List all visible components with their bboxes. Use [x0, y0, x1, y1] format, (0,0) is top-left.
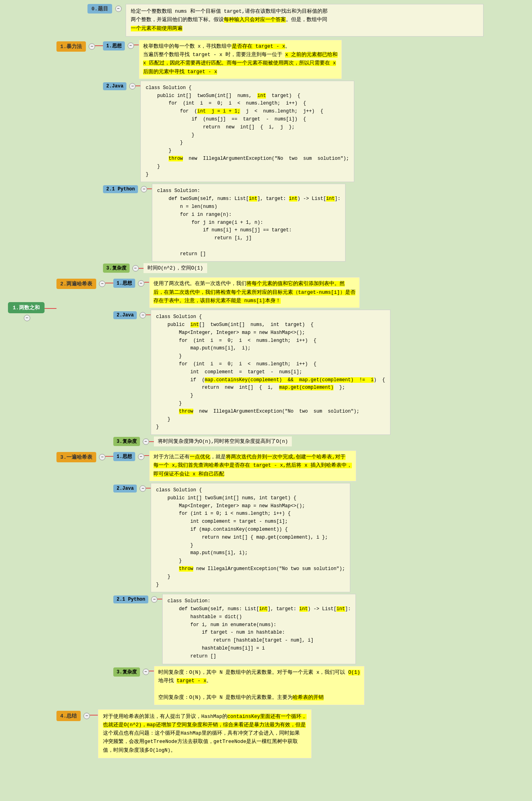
one-hash-java-node: 2.Java: [113, 485, 137, 493]
problem-content-line1: 给定一个整数数组 nums 和一个目标值 target,请你在该数组中找出和为目…: [131, 9, 328, 14]
two-hash-idea-node: 1.思想: [113, 279, 135, 288]
one-hash-complexity-content: 时间复杂度：O(N)，其中 N 是数组中的元素数量。对于每一个元素 x，我们可以…: [154, 666, 365, 705]
brute-complexity-node: 3.复杂度: [103, 264, 129, 273]
brute-python-collapse[interactable]: −: [141, 186, 147, 192]
brute-idea-content: 枚举数组中的每一个数 x，寻找数组中是否存在 target - x。 当遍历整个…: [139, 40, 342, 79]
one-hash-python-collapse[interactable]: −: [151, 596, 157, 603]
one-hash-python-code: class Solution: def twoSum(self, nums: L…: [162, 594, 356, 664]
brute-complexity-content: 时间O(n^2)，空间O(1): [144, 263, 207, 273]
summary-content: 对于使用哈希表的算法，有人提出了异议，HashMap的containsKey里面…: [98, 709, 312, 758]
one-hash-collapse[interactable]: −: [99, 454, 105, 460]
problem-content-line2: 两个整数，并返回他们的数组下标。假设: [131, 17, 224, 23]
problem-highlight2: 一个元素不能使用两遍: [131, 26, 183, 31]
brute-idea-collapse[interactable]: −: [128, 43, 134, 49]
two-hash-complexity-collapse[interactable]: −: [143, 438, 149, 445]
two-hash-java-node: 2.Java: [113, 311, 137, 319]
problem-highlight1: 每种输入只会对应一个答案: [224, 17, 286, 23]
one-hash-node: 3.一遍哈希表: [56, 452, 97, 462]
brute-java-node: 2.Java: [103, 82, 126, 90]
brute-python-code: class Solution: def twoSum(self, nums: L…: [152, 184, 346, 262]
one-hash-idea-content: 对于方法二还有一点优化，就是将两次迭代合并到一次中完成,创建一个哈希表,对于 每…: [149, 450, 356, 481]
problem-collapse[interactable]: −: [115, 6, 122, 12]
one-hash-java-collapse[interactable]: −: [140, 485, 146, 492]
brute-java-collapse[interactable]: −: [129, 83, 136, 89]
problem-node: 0.题目: [87, 4, 112, 14]
brute-force-node: 1.暴力法: [56, 41, 86, 52]
one-hash-python-node: 2.1 Python: [113, 595, 148, 603]
brute-python-node: 2.1 Python: [103, 185, 138, 193]
one-hash-complexity-node: 3.复杂度: [113, 667, 140, 677]
two-hash-complexity-node: 3.复杂度: [113, 437, 140, 446]
two-hash-complexity-content: 将时间复杂度降为O(n),同时将空间复杂度提高到了O(n): [154, 436, 292, 446]
one-hash-complexity-collapse[interactable]: −: [143, 669, 149, 675]
root-node: 1.两数之和: [8, 302, 45, 313]
summary-node: 4.总结: [56, 711, 81, 721]
two-hash-java-collapse[interactable]: −: [140, 312, 146, 318]
two-hash-java-code: class Solution { public int[] twoSum(int…: [151, 310, 390, 435]
two-hash-node: 2.两遍哈希表: [56, 279, 97, 289]
two-hash-idea-content: 使用了两次迭代。在第一次迭代中，我们将每个元素的值和它的索引添加到表中。然 后，…: [149, 277, 360, 308]
one-hash-java-code: class Solution { public int[] twoSum(int…: [151, 483, 350, 592]
two-hash-idea-collapse[interactable]: −: [138, 280, 144, 287]
summary-collapse[interactable]: −: [83, 713, 90, 719]
brute-complexity-collapse[interactable]: −: [132, 265, 139, 272]
one-hash-idea-collapse[interactable]: −: [138, 454, 144, 460]
two-hash-collapse[interactable]: −: [99, 281, 105, 287]
brute-force-collapse[interactable]: −: [89, 43, 95, 50]
root-collapse[interactable]: −: [24, 315, 30, 321]
brute-java-code: class Solution { public int[] twoSum(int…: [140, 81, 354, 182]
brute-idea-node: 1.思想: [103, 41, 124, 50]
one-hash-idea-node: 1.思想: [113, 452, 135, 461]
